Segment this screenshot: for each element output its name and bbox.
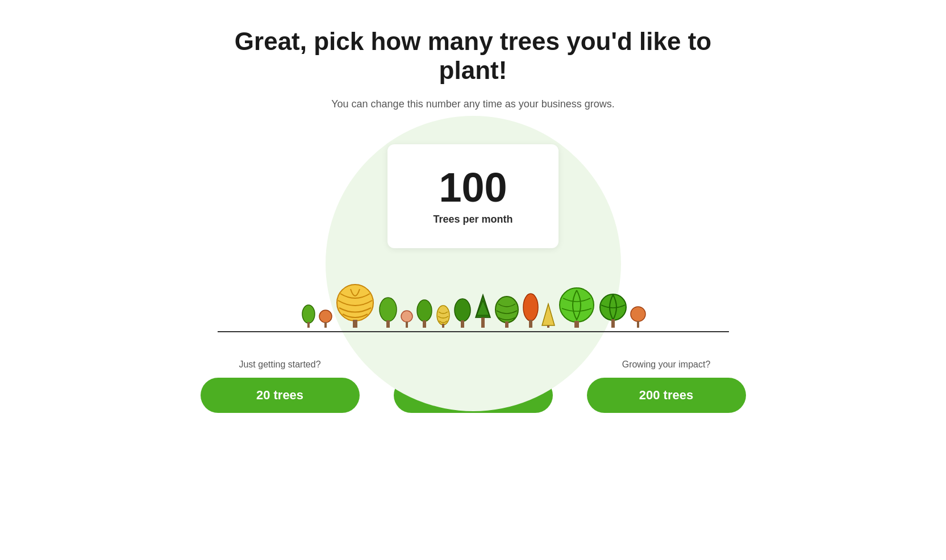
svg-point-25: [560, 288, 594, 322]
svg-rect-11: [423, 320, 426, 328]
tree-8: [453, 297, 472, 328]
svg-point-8: [401, 311, 412, 322]
tree-count-number: 100: [433, 167, 512, 208]
option-button-20[interactable]: 20 trees: [201, 378, 360, 413]
tree-2: [319, 307, 332, 328]
tree-6: [415, 298, 434, 328]
svg-point-0: [302, 305, 315, 323]
svg-rect-3: [324, 322, 327, 328]
svg-point-19: [495, 296, 518, 323]
svg-marker-23: [542, 304, 555, 325]
svg-point-29: [631, 307, 645, 321]
svg-rect-13: [442, 324, 444, 328]
tree-1: [301, 303, 316, 328]
tree-9: [474, 294, 491, 328]
tree-7: [436, 304, 451, 328]
svg-point-14: [455, 299, 470, 321]
option-label-20: Just getting started?: [239, 360, 320, 370]
tree-12: [541, 303, 555, 328]
svg-point-6: [380, 298, 397, 321]
svg-rect-7: [386, 320, 390, 328]
svg-rect-5: [353, 320, 357, 328]
page-title: Great, pick how many trees you'd like to…: [218, 27, 729, 85]
counter-card: 100 Trees per month: [387, 144, 558, 248]
svg-point-12: [437, 306, 449, 325]
tree-11: [522, 292, 539, 328]
option-group-20: Just getting started? 20 trees: [201, 360, 360, 413]
tree-14: [598, 292, 628, 328]
tree-5: [401, 308, 413, 328]
svg-point-10: [417, 300, 432, 321]
svg-point-2: [319, 310, 332, 323]
svg-point-21: [523, 294, 538, 321]
svg-rect-1: [307, 322, 310, 328]
svg-rect-15: [461, 320, 464, 328]
tree-10: [494, 295, 520, 328]
svg-rect-24: [547, 325, 549, 328]
svg-rect-30: [637, 321, 639, 328]
tree-15: [630, 305, 646, 328]
svg-rect-9: [406, 321, 408, 328]
tree-4: [378, 296, 398, 328]
tree-count-label: Trees per month: [433, 214, 512, 225]
trees-row: [301, 282, 646, 331]
tree-13: [557, 287, 596, 328]
option-button-200[interactable]: 200 trees: [587, 378, 746, 413]
svg-rect-26: [574, 321, 579, 328]
option-label-200: Growing your impact?: [622, 360, 711, 370]
svg-rect-22: [529, 320, 532, 328]
tree-3: [335, 282, 376, 328]
svg-rect-28: [611, 319, 615, 328]
option-group-200: Growing your impact? 200 trees: [587, 360, 746, 413]
svg-rect-20: [505, 321, 509, 328]
svg-point-27: [600, 294, 626, 320]
hero-section: 100 Trees per month: [280, 99, 666, 332]
ground-line: [218, 331, 729, 332]
tree-scene: [280, 282, 666, 332]
svg-rect-18: [481, 317, 485, 328]
